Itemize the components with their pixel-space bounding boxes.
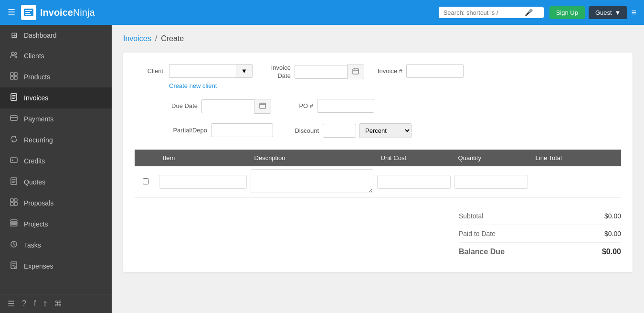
client-input[interactable] xyxy=(169,64,236,78)
row-line-total-cell xyxy=(530,166,621,198)
col-header-checkbox xyxy=(135,150,157,166)
sidebar-label-dashboard: Dashboard xyxy=(24,32,57,39)
row-unit-cost-input[interactable] xyxy=(377,175,451,189)
due-date-wrap xyxy=(201,99,271,114)
line-items-header: Item Description Unit Cost Quantity Line… xyxy=(135,150,621,166)
col-header-unit-cost: Unit Cost xyxy=(375,150,453,166)
svg-rect-9 xyxy=(11,158,17,162)
svg-rect-6 xyxy=(14,76,17,79)
paid-to-date-label: Paid to Date xyxy=(459,230,496,237)
col-header-quantity: Quantity xyxy=(453,150,530,166)
breadcrumb-current: Create xyxy=(161,34,184,43)
invoice-date-input[interactable]: Mar 24, 20 xyxy=(295,65,347,79)
sidebar-label-expenses: Expenses xyxy=(24,262,53,270)
sidebar-github-icon[interactable]: ⌘ xyxy=(54,299,62,308)
sidebar-twitter-icon[interactable]: 𝕥 xyxy=(43,299,47,308)
invoice-date-calendar-button[interactable] xyxy=(347,65,364,79)
sidebar-label-payments: Payments xyxy=(24,115,53,123)
dashboard-icon: ⊞ xyxy=(10,31,18,40)
svg-rect-5 xyxy=(11,76,13,79)
row-item-input[interactable] xyxy=(159,175,246,189)
sidebar-help-icon[interactable]: ? xyxy=(22,299,26,308)
invoice-number-input[interactable]: 0001 xyxy=(406,64,464,78)
svg-rect-8 xyxy=(11,116,17,120)
guest-arrow-icon: ▼ xyxy=(615,9,621,16)
sidebar-item-tasks[interactable]: Tasks xyxy=(0,235,112,256)
recurring-icon xyxy=(10,135,18,145)
subtotal-row: Subtotal $0.00 xyxy=(459,207,621,225)
row-description-input[interactable] xyxy=(251,169,373,193)
client-input-wrap: ▼ xyxy=(169,64,253,78)
subtotal-value: $0.00 xyxy=(604,212,621,220)
breadcrumb-invoices-link[interactable]: Invoices xyxy=(123,34,151,43)
tasks-icon xyxy=(10,240,18,250)
projects-icon xyxy=(10,219,18,229)
sidebar-item-payments[interactable]: Payments xyxy=(0,108,112,130)
sidebar-facebook-icon[interactable]: f xyxy=(34,299,36,308)
po-input[interactable] xyxy=(317,99,374,113)
partial-depo-label: Partial/Depo xyxy=(169,127,207,134)
sidebar-item-products[interactable]: Products xyxy=(0,66,112,87)
sidebar-item-dashboard[interactable]: ⊞ Dashboard xyxy=(0,25,112,45)
invoice-number-label: Invoice # xyxy=(374,67,402,75)
invoice-form-card: Client ▼ Create new client Invoice Date xyxy=(123,53,633,272)
sidebar-item-invoices[interactable]: Invoices xyxy=(0,87,112,108)
sidebar-item-quotes[interactable]: Quotes xyxy=(0,172,112,193)
sidebar-item-expenses[interactable]: Expenses xyxy=(0,256,112,277)
svg-rect-4 xyxy=(14,73,17,76)
signup-button[interactable]: Sign Up xyxy=(549,6,585,19)
sidebar-label-tasks: Tasks xyxy=(24,241,41,249)
hamburger-icon[interactable]: ☰ xyxy=(8,7,15,18)
line-items-body xyxy=(135,166,621,198)
sidebar-item-clients[interactable]: Clients xyxy=(0,45,112,66)
search-input[interactable] xyxy=(443,9,525,16)
proposals-icon xyxy=(10,198,18,208)
discount-input[interactable] xyxy=(323,124,356,138)
sidebar-label-recurring: Recurring xyxy=(24,136,53,144)
balance-due-value: $0.00 xyxy=(602,248,621,256)
due-date-input[interactable] xyxy=(201,99,254,113)
top-menu-icon[interactable]: ≡ xyxy=(631,8,636,18)
svg-rect-22 xyxy=(260,103,265,108)
sidebar-item-recurring[interactable]: Recurring xyxy=(0,130,112,151)
svg-rect-18 xyxy=(11,225,17,226)
expenses-icon xyxy=(10,261,18,271)
guest-button[interactable]: Guest ▼ xyxy=(589,6,628,19)
mic-icon[interactable]: 🎤 xyxy=(525,9,533,16)
po-group: PO # xyxy=(285,99,374,113)
logo: InvoiceNinja xyxy=(21,5,95,20)
due-date-label: Due Date xyxy=(169,102,198,110)
invoice-date-wrap: Mar 24, 20 xyxy=(295,65,364,79)
quotes-icon xyxy=(10,177,18,187)
sidebar-item-proposals[interactable]: Proposals xyxy=(0,193,112,214)
svg-rect-17 xyxy=(11,222,17,224)
main-layout: ⊞ Dashboard Clients Products Invoices xyxy=(0,25,644,313)
svg-rect-13 xyxy=(14,199,17,201)
svg-rect-12 xyxy=(11,199,13,202)
discount-input-group: Percent Amount xyxy=(323,123,412,138)
row-quantity-input[interactable] xyxy=(454,175,528,189)
totals-section: Subtotal $0.00 Paid to Date $0.00 Balanc… xyxy=(135,207,621,261)
col-header-line-total: Line Total xyxy=(530,150,621,166)
breadcrumb-separator: / xyxy=(155,34,157,43)
create-new-client-link[interactable]: Create new client xyxy=(169,82,217,89)
sidebar-bottom: ☰ ? f 𝕥 ⌘ xyxy=(0,294,112,313)
sidebar-label-clients: Clients xyxy=(24,52,44,60)
sidebar-list-icon[interactable]: ☰ xyxy=(8,299,14,308)
paid-to-date-value: $0.00 xyxy=(604,230,621,237)
due-date-calendar-button[interactable] xyxy=(254,99,271,114)
form-row-1: Client ▼ Create new client Invoice Date xyxy=(135,64,621,89)
sidebar-item-projects[interactable]: Projects xyxy=(0,214,112,235)
discount-group: Discount Percent Amount xyxy=(290,123,412,138)
sidebar-label-invoices: Invoices xyxy=(24,94,48,102)
row-checkbox[interactable] xyxy=(137,178,155,184)
client-dropdown-button[interactable]: ▼ xyxy=(236,64,253,78)
sidebar-item-credits[interactable]: Credits xyxy=(0,151,112,172)
credits-icon xyxy=(10,156,18,166)
partial-depo-input[interactable] xyxy=(211,123,273,137)
svg-rect-21 xyxy=(353,69,359,74)
discount-type-select[interactable]: Percent Amount xyxy=(359,123,412,138)
logo-text-bold: Invoice xyxy=(40,7,73,18)
content-area: Invoices / Create Client ▼ xyxy=(112,25,644,313)
invoice-date-group: Invoice Date Mar 24, 20 xyxy=(262,64,364,80)
